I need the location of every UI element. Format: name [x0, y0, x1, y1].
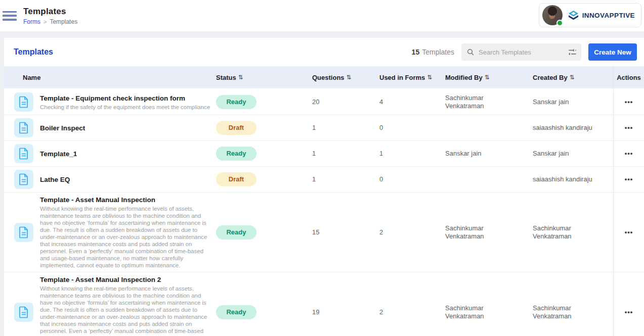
status-badge: Ready [216, 305, 256, 319]
used-in-forms-cell: 4 [379, 98, 445, 106]
table-body: Template - Equipment check inspection fo… [4, 89, 644, 336]
menu-icon[interactable] [3, 11, 17, 21]
template-name[interactable]: Template - Equipment check inspection fo… [40, 94, 210, 103]
modified-by-cell: Sachinkumar Venkatraman [445, 304, 533, 320]
used-in-forms-cell: 2 [379, 228, 445, 236]
status-badge: Ready [216, 147, 256, 161]
column-header-modified-by[interactable]: Modified By⇅ [445, 74, 533, 81]
row-actions-menu-icon[interactable]: ••• [625, 175, 633, 183]
search-box[interactable] [461, 43, 581, 61]
template-name[interactable]: Boiler Inspect [40, 124, 85, 132]
status-cell: Ready [216, 95, 312, 109]
column-header-actions: Actions [613, 66, 644, 88]
sort-icon[interactable]: ⇅ [570, 74, 575, 81]
template-name[interactable]: Template - Asset Manual Inspection 2 [40, 275, 211, 284]
table-row[interactable]: Template - Equipment check inspection fo… [4, 89, 644, 115]
column-header-status[interactable]: Status⇅ [216, 74, 312, 81]
sort-icon[interactable]: ⇅ [427, 74, 432, 81]
used-in-forms-cell: 1 [379, 150, 445, 158]
file-icon [14, 223, 33, 242]
toolbar: Templates 15Templates Create New [4, 38, 644, 66]
file-icon [14, 118, 33, 137]
actions-cell: ••• [613, 89, 644, 115]
row-actions-menu-icon[interactable]: ••• [625, 228, 633, 236]
actions-cell: ••• [613, 193, 644, 272]
actions-cell: ••• [613, 141, 644, 166]
column-header-created-by[interactable]: Created By⇅ [533, 74, 613, 81]
template-name-cell[interactable]: Template - Asset Manual Inspection Witho… [4, 193, 216, 272]
status-badge: Ready [216, 225, 256, 239]
used-in-forms-cell: 0 [379, 124, 445, 132]
table-row[interactable]: Template - Asset Manual Inspection 2 Wit… [4, 272, 644, 336]
template-name-cell[interactable]: Template_1 [4, 141, 216, 166]
status-cell: Ready [216, 225, 312, 239]
table-row[interactable]: Boiler Inspect Draft 1 0 saiaashish kand… [4, 115, 644, 141]
breadcrumb: Forms>Templates [23, 18, 77, 25]
questions-cell: 20 [312, 98, 379, 106]
breadcrumb-separator: > [44, 19, 47, 25]
status-badge: Draft [216, 121, 256, 135]
count-label: Templates [422, 48, 454, 56]
column-header-name[interactable]: Name [4, 74, 216, 81]
row-actions-menu-icon[interactable]: ••• [625, 308, 633, 316]
questions-cell: 1 [312, 150, 379, 158]
column-header-used-in-forms[interactable]: Used in Forms⇅ [379, 74, 445, 81]
search-icon [466, 48, 475, 56]
online-status-icon [556, 20, 563, 26]
sort-icon[interactable]: ⇅ [485, 74, 490, 81]
create-new-button[interactable]: Create New [588, 43, 637, 61]
table-row[interactable]: Template_1 Ready 1 1 Sanskar jain Sanska… [4, 141, 644, 167]
template-name-cell[interactable]: Template - Asset Manual Inspection 2 Wit… [4, 272, 216, 336]
used-in-forms-cell: 0 [379, 175, 445, 183]
brand-name: INNOVAPPTIVE [582, 12, 635, 19]
created-by-cell: saiaashish kandiraju [533, 124, 613, 132]
table-row[interactable]: Lathe EQ Draft 1 0 saiaashish kandiraju … [4, 167, 644, 193]
file-icon [14, 303, 33, 322]
row-actions-menu-icon[interactable]: ••• [625, 124, 633, 132]
status-cell: Ready [216, 147, 312, 161]
actions-cell: ••• [613, 115, 644, 140]
brand-logo: INNOVAPPTIVE [568, 10, 635, 21]
breadcrumb-forms-link[interactable]: Forms [23, 18, 40, 25]
file-icon [14, 170, 33, 189]
questions-cell: 1 [312, 124, 379, 132]
search-input[interactable] [479, 49, 568, 56]
count-value: 15 [412, 48, 420, 56]
created-by-cell: Sachinkumar Venkatraman [533, 304, 613, 320]
row-actions-menu-icon[interactable]: ••• [625, 150, 633, 158]
created-by-cell: Sanskar jain [533, 98, 613, 106]
sort-icon[interactable]: ⇅ [238, 74, 243, 81]
content-card: Templates 15Templates Create New [4, 38, 644, 336]
table-header: Name Status⇅ Questions⇅ Used in Forms⇅ M… [4, 66, 644, 88]
template-description: Without knowing the real-time performanc… [40, 205, 211, 269]
sort-icon[interactable]: ⇅ [347, 74, 352, 81]
row-actions-menu-icon[interactable]: ••• [625, 98, 633, 106]
status-cell: Draft [216, 172, 312, 186]
questions-cell: 1 [312, 175, 379, 183]
questions-cell: 19 [312, 308, 379, 316]
created-by-cell: Sachinkumar Venkatraman [533, 224, 613, 241]
template-name-cell[interactable]: Template - Equipment check inspection fo… [4, 89, 216, 115]
template-name[interactable]: Template - Asset Manual Inspection [40, 196, 211, 204]
column-header-questions[interactable]: Questions⇅ [312, 74, 379, 81]
template-name-cell[interactable]: Lathe EQ [4, 167, 216, 192]
status-badge: Ready [216, 95, 256, 109]
modified-by-cell: Sachinkumar Venkatraman [445, 224, 533, 241]
status-cell: Ready [216, 305, 312, 319]
actions-cell: ••• [613, 167, 644, 192]
template-description: Checking if the safety of the equipment … [40, 104, 210, 111]
template-name[interactable]: Template_1 [40, 150, 77, 158]
questions-cell: 15 [312, 228, 379, 236]
table-row[interactable]: Template - Asset Manual Inspection Witho… [4, 193, 644, 272]
file-icon [14, 92, 33, 112]
innovapptive-logo-icon [568, 10, 579, 21]
template-name-cell[interactable]: Boiler Inspect [4, 115, 216, 140]
filter-icon[interactable] [568, 47, 577, 57]
used-in-forms-cell: 2 [379, 308, 445, 316]
breadcrumb-current: Templates [50, 18, 77, 25]
template-name[interactable]: Lathe EQ [40, 175, 70, 184]
created-by-cell: saiaashish kandiraju [533, 175, 613, 183]
profile-card[interactable]: INNOVAPPTIVE [539, 3, 641, 27]
status-badge: Draft [216, 172, 256, 186]
status-cell: Draft [216, 121, 312, 135]
